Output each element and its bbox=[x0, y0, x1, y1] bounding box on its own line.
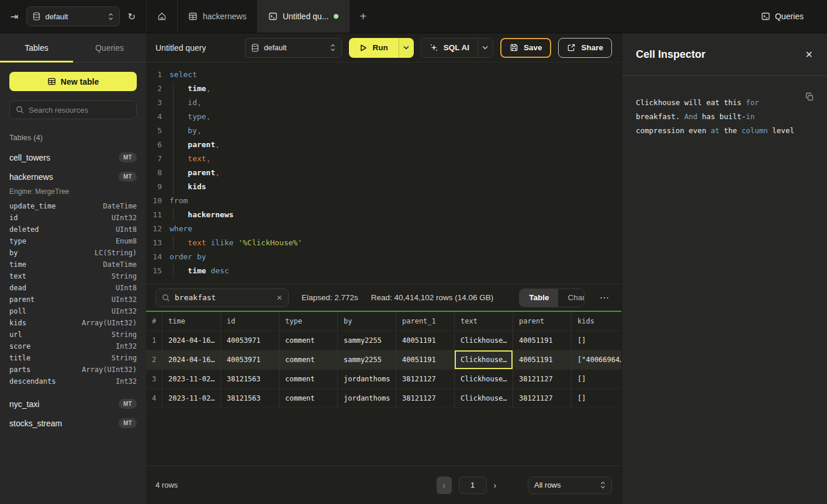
tab-home[interactable] bbox=[146, 0, 178, 33]
resource-search-input[interactable] bbox=[29, 106, 130, 114]
sql-ai-button[interactable]: SQL AI bbox=[421, 39, 477, 57]
table-cell[interactable]: 38121127 bbox=[396, 389, 455, 408]
table-cell[interactable]: 38121127 bbox=[396, 370, 455, 389]
new-table-button[interactable]: New table bbox=[9, 72, 137, 91]
column-row: urlString bbox=[9, 329, 137, 340]
column-header[interactable]: parent_1 bbox=[396, 312, 455, 331]
column-header[interactable]: type bbox=[279, 312, 338, 331]
table-cell[interactable]: comment bbox=[279, 389, 338, 408]
table-item[interactable]: cell_towersMT bbox=[9, 148, 137, 167]
page-size-select[interactable]: All rows bbox=[528, 477, 612, 494]
column-header[interactable]: time bbox=[162, 312, 221, 331]
editor-line: 9 kids bbox=[146, 180, 621, 194]
new-tab-button[interactable]: + bbox=[350, 0, 376, 33]
sidebar-tab-tables[interactable]: Tables bbox=[0, 33, 73, 62]
column-header[interactable]: id bbox=[221, 312, 279, 331]
table-cell[interactable]: 2024-04-16… bbox=[162, 350, 221, 370]
query-database-select[interactable]: default bbox=[245, 38, 342, 58]
table-cell[interactable]: 38121563 bbox=[221, 370, 279, 389]
column-header[interactable]: # bbox=[146, 312, 162, 331]
page-input[interactable] bbox=[459, 477, 487, 494]
collapse-sidebar-icon[interactable]: ⇥ bbox=[8, 9, 20, 25]
updown-chevrons-icon bbox=[330, 44, 335, 51]
table-cell[interactable]: 40051191 bbox=[513, 350, 572, 370]
table-cell[interactable]: ["40066964… bbox=[572, 350, 621, 370]
table-cell[interactable]: [] bbox=[572, 370, 621, 389]
token-ws bbox=[169, 266, 188, 275]
share-button[interactable]: Share bbox=[558, 38, 612, 58]
table-cell[interactable]: comment bbox=[279, 350, 338, 370]
table-cell[interactable]: 38121563 bbox=[221, 389, 279, 408]
run-button[interactable]: Run bbox=[349, 38, 398, 58]
sidebar: Tables Queries New table Tables (4) cell… bbox=[0, 33, 146, 504]
table-cell[interactable]: 1 bbox=[146, 331, 162, 350]
view-tab-table[interactable]: Table bbox=[520, 289, 558, 307]
column-header[interactable]: text bbox=[455, 312, 513, 331]
table-cell[interactable]: Clickhouse… bbox=[455, 370, 513, 389]
table-cell[interactable]: jordanthoms bbox=[338, 370, 396, 389]
table-cell[interactable]: 40051191 bbox=[396, 350, 455, 370]
table-cell[interactable]: 2023-11-02… bbox=[162, 389, 221, 408]
close-icon[interactable]: ✕ bbox=[805, 49, 813, 60]
save-button[interactable]: Save bbox=[500, 38, 552, 58]
run-options-button[interactable] bbox=[399, 38, 414, 58]
app-window: ⇥ default ↻ hack bbox=[0, 0, 827, 504]
ellipsis-icon[interactable]: ⋯ bbox=[597, 290, 612, 305]
table-cell[interactable]: [] bbox=[572, 331, 621, 350]
line-number: 5 bbox=[146, 124, 169, 138]
table-cell[interactable]: 40051191 bbox=[513, 331, 572, 350]
token-kw: select bbox=[169, 70, 197, 79]
table-cell[interactable]: 38121127 bbox=[513, 370, 572, 389]
table-cell[interactable]: 3 bbox=[146, 370, 162, 389]
table-cell[interactable]: 38121127 bbox=[513, 389, 572, 408]
table-cell[interactable]: 4 bbox=[146, 389, 162, 408]
tab-hackernews[interactable]: hackernews bbox=[178, 0, 258, 33]
table-cell[interactable]: Clickhouse… bbox=[455, 350, 513, 370]
results-search-input[interactable] bbox=[175, 293, 272, 302]
table-cell[interactable]: Clickhouse… bbox=[455, 389, 513, 408]
sql-ai-options-button[interactable] bbox=[477, 39, 493, 57]
table-cell[interactable]: comment bbox=[279, 370, 338, 389]
share-label: Share bbox=[581, 43, 603, 52]
token-kw: id bbox=[188, 98, 197, 107]
table-item[interactable]: hackernewsMT bbox=[9, 167, 137, 186]
engine-badge: MT bbox=[119, 418, 137, 428]
clear-icon[interactable]: ✕ bbox=[276, 294, 282, 302]
column-name: dead bbox=[9, 284, 26, 292]
table-item[interactable]: stocks_streamMT bbox=[9, 413, 137, 433]
editor-line: 10from bbox=[146, 194, 621, 208]
sidebar-tab-queries[interactable]: Queries bbox=[73, 33, 146, 62]
table-cell[interactable]: 40051191 bbox=[396, 331, 455, 350]
view-tab-chart[interactable]: Chart bbox=[558, 289, 584, 307]
queries-button[interactable]: Queries bbox=[761, 12, 804, 21]
table-cell[interactable]: jordanthoms bbox=[338, 389, 396, 408]
token-col: text bbox=[188, 238, 206, 247]
column-name: update_time bbox=[9, 202, 56, 210]
column-type: UInt32 bbox=[112, 307, 137, 315]
token-ws bbox=[169, 112, 188, 121]
refresh-icon[interactable]: ↻ bbox=[126, 9, 138, 25]
table-cell[interactable]: 40053971 bbox=[221, 350, 279, 370]
sql-editor[interactable]: 1select2 time,3 id,4 type,5 by,6 parent,… bbox=[146, 62, 621, 284]
table-cell[interactable]: 2024-04-16… bbox=[162, 331, 221, 350]
engine-label: Engine: MergeTree bbox=[9, 187, 137, 196]
next-page-button[interactable]: › bbox=[494, 481, 497, 490]
table-cell[interactable]: 2023-11-02… bbox=[162, 370, 221, 389]
database-select[interactable]: default bbox=[26, 6, 119, 26]
table-cell[interactable]: comment bbox=[279, 331, 338, 350]
column-header[interactable]: by bbox=[338, 312, 396, 331]
table-cell[interactable]: 2 bbox=[146, 350, 162, 370]
table-cell[interactable]: sammy2255 bbox=[338, 350, 396, 370]
table-cell[interactable]: sammy2255 bbox=[338, 331, 396, 350]
prev-page-button[interactable]: ‹ bbox=[437, 477, 452, 494]
table-cell[interactable]: [] bbox=[572, 389, 621, 408]
copy-icon[interactable] bbox=[805, 92, 814, 102]
table-item[interactable]: nyc_taxiMT bbox=[9, 394, 137, 413]
tab-untitled-query[interactable]: Untitled qu... bbox=[258, 0, 350, 33]
column-header[interactable]: parent bbox=[513, 312, 572, 331]
column-header[interactable]: kids bbox=[572, 312, 621, 331]
table-cell[interactable]: Clickhouse… bbox=[455, 331, 513, 350]
queries-button-label: Queries bbox=[775, 12, 804, 21]
table-cell[interactable]: 40053971 bbox=[221, 331, 279, 350]
token-ws bbox=[169, 84, 188, 93]
